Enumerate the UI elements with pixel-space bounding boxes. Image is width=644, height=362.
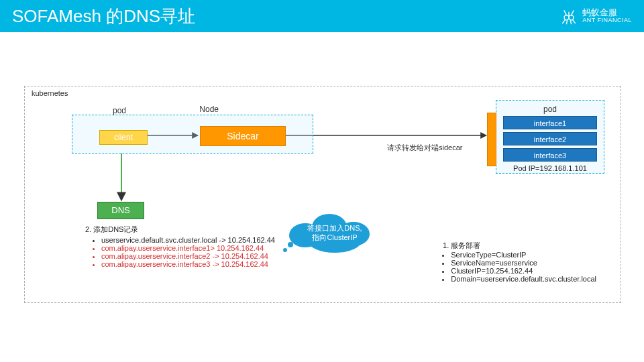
svg-point-9 [288,242,293,247]
svg-point-1 [569,15,574,20]
kubernetes-label: kubernetes [32,89,68,97]
ant-icon [559,7,578,25]
service-info-item: ServiceType=ClusterIP [451,251,596,259]
sidecar-bar-icon [487,113,496,166]
dns-record-item: com.alipay.userservice.interface3 -> 10.… [101,260,275,268]
cloud-callout: 将接口加入DNS, 指向ClusterIP [281,213,388,253]
diagram-canvas: kubernetes Node pod client Sidecar 请求转发给… [0,32,644,362]
sidecar-box: Sidecar [200,126,286,146]
cloud-text: 将接口加入DNS, 指向ClusterIP [281,223,388,243]
interface-item: interface2 [503,132,597,145]
request-label: 请求转发给对端sidecar [387,143,462,153]
service-info-item: Domain=userservice.default.svc.cluster.l… [451,275,596,283]
node-box: Node pod client Sidecar [72,115,313,154]
dns-record-item: com.alipay.userservice.interface1> 10.25… [101,244,275,252]
dns-box: DNS [97,202,144,219]
client-box: client [99,130,148,145]
brand-logo: 蚂蚁金服 ANT FINANCIAL [559,7,632,25]
service-info-title: 服务部署 [451,241,596,251]
service-info-item: ClusterIP=10.254.162.44 [451,267,596,275]
remote-pod-title: pod [503,105,597,114]
service-info: 服务部署 ServiceType=ClusterIP ServiceName=u… [436,241,596,283]
pod-ip-label: Pod IP=192.168.1.101 [503,164,597,172]
svg-point-0 [564,15,569,20]
header: SOFAMesh 的DNS寻址 蚂蚁金服 ANT FINANCIAL [0,0,644,32]
remote-pod-box: pod interface1 interface2 interface3 Pod… [496,100,604,174]
interface-item: interface1 [503,116,597,129]
dns-record-item: userservice.default.svc.cluster.local ->… [101,236,275,244]
page-title: SOFAMesh 的DNS寻址 [12,5,195,28]
svg-point-10 [283,248,287,252]
service-info-item: ServiceName=userservice [451,259,596,267]
dns-records: 2. 添加DNS记录 userservice.default.svc.clust… [85,225,275,268]
dns-record-item: com.alipay.userservice.interface2 -> 10.… [101,252,275,260]
pod-left-label: pod [113,106,126,115]
interface-item: interface3 [503,148,597,162]
dns-records-title: 2. 添加DNS记录 [85,225,275,235]
brand-text: 蚂蚁金服 ANT FINANCIAL [582,8,632,24]
node-label: Node [199,105,219,114]
kubernetes-box: kubernetes Node pod client Sidecar 请求转发给… [24,86,621,303]
